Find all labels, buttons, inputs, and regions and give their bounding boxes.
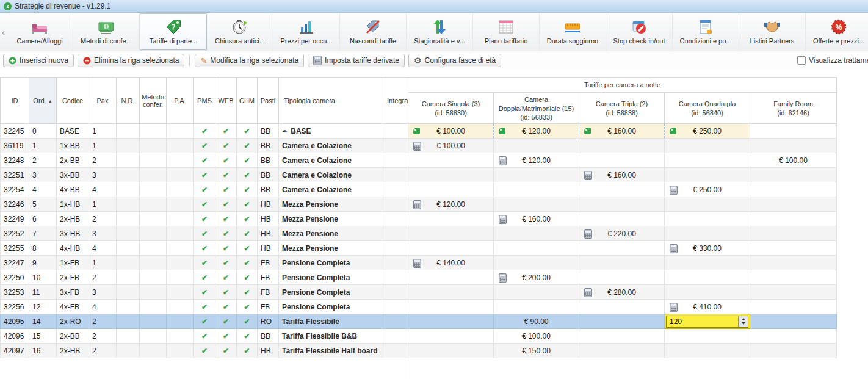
checkbox-label: Visualizza trattamen bbox=[809, 56, 868, 65]
ribbon-item-durata-soggiorno[interactable]: Durata soggiorno bbox=[540, 13, 606, 51]
table-row[interactable]: 32253113x-FB3✔✔✔FBPensione Completa€ 280… bbox=[1, 285, 837, 300]
modifica-la-riga-selezionata-button[interactable]: ✎Modifica la riga selezionata bbox=[195, 54, 304, 67]
table-row[interactable]: 3611911x-BB1✔✔✔BBCamera e Colazione€ 100… bbox=[1, 139, 837, 153]
price-cell-singola bbox=[408, 314, 494, 329]
price-cell-quadrupla bbox=[665, 285, 750, 300]
cell-pms: ✔ bbox=[194, 329, 215, 344]
cell-web: ✔ bbox=[215, 270, 237, 285]
col-header-web[interactable]: WEB bbox=[215, 78, 237, 124]
cell-tipologia: Tariffa Flessibile bbox=[279, 314, 382, 329]
inserisci-nuova-button[interactable]: Inserisci nuova bbox=[3, 54, 74, 67]
table-row[interactable]: 3225273x-HB3✔✔✔HBMezza Pensione€ 220.00 bbox=[1, 226, 837, 241]
ribbon-item-stop-check-in-out[interactable]: Stop check-in/out bbox=[606, 13, 673, 51]
col-header-ord[interactable]: Ord.▲ bbox=[29, 78, 57, 124]
tipologia-label: Camera e Colazione bbox=[282, 156, 352, 165]
table-row[interactable]: 322450BASE1✔✔✔BB✒BASE€ 100.00€ 120.00€ 1… bbox=[1, 124, 837, 139]
cell-id: 42097 bbox=[1, 344, 29, 358]
elimina-la-riga-selezionata-button[interactable]: Elimina la riga selezionata bbox=[78, 54, 184, 67]
col-header-camera-doppia-matrimoniale[interactable]: Camera Doppia/Matrimoniale (15)(id: 5683… bbox=[494, 93, 579, 124]
ribbon-item-chiusura-antici[interactable]: Chiusura antici... bbox=[207, 13, 273, 51]
table-row[interactable]: 42096152x-BB2✔✔✔BBTariffa Flessibile B&B… bbox=[1, 329, 837, 344]
ribbon-item-metodi-di-confe[interactable]: Metodi di confe... bbox=[73, 13, 140, 51]
spinner-up-icon[interactable] bbox=[739, 316, 748, 322]
cell-pasti: RO bbox=[258, 314, 279, 329]
show-treatments-checkbox[interactable]: Visualizza trattamen bbox=[797, 56, 868, 65]
price-cell-quadrupla[interactable] bbox=[665, 314, 750, 329]
cell-pax: 2 bbox=[89, 270, 117, 285]
check-icon: ✔ bbox=[201, 347, 208, 355]
calculator-icon bbox=[584, 171, 592, 180]
cell-tipologia: Pensione Completa bbox=[279, 256, 382, 270]
check-icon: ✔ bbox=[201, 200, 208, 209]
ribbon-item-prezzi-per-occu[interactable]: Prezzi per occu... bbox=[273, 13, 340, 51]
table-row[interactable]: 3224962x-HB2✔✔✔HBMezza Pensione€ 160.00 bbox=[1, 212, 837, 226]
col-header-camera-quadrupla[interactable]: Camera Quadrupla(id: 56840) bbox=[665, 93, 750, 124]
col-header-pasti[interactable]: Pasti bbox=[258, 78, 279, 124]
cell-pasti: HB bbox=[258, 344, 279, 358]
ribbon-item-condizioni-e-po[interactable]: Condizioni e po... bbox=[673, 13, 739, 51]
price-cell-family bbox=[750, 226, 837, 241]
price-cell-family bbox=[750, 344, 837, 358]
cell-pms: ✔ bbox=[194, 241, 215, 256]
ribbon-item-label: Nascondi tariffe bbox=[350, 37, 396, 45]
table-row[interactable]: 32256124x-FB4✔✔✔FBPensione Completa€ 410… bbox=[1, 300, 837, 314]
col-header-family-room[interactable]: Family Room(id: 62146) bbox=[750, 93, 837, 124]
price-cell-quadrupla bbox=[665, 270, 750, 285]
ribbon-item-stagionalit-e-v[interactable]: Stagionalità e v... bbox=[407, 13, 473, 51]
cell-chm: ✔ bbox=[237, 300, 258, 314]
ribbon-item-tariffe-di-parte[interactable]: Tariffe di parte... bbox=[140, 13, 207, 50]
ribbon-item-nascondi-tariffe[interactable]: Nascondi tariffe bbox=[340, 13, 407, 51]
price-input[interactable] bbox=[667, 316, 738, 327]
col-header-integra[interactable]: Integra... bbox=[382, 78, 408, 124]
ribbon-item-camere-alloggi[interactable]: Camere/Alloggi bbox=[7, 13, 73, 51]
table-row[interactable]: 3224791x-FB1✔✔✔FBPensione Completa€ 140.… bbox=[1, 256, 837, 270]
cell-nr bbox=[117, 124, 140, 139]
price-cell-quadrupla: € 250.00 bbox=[665, 124, 750, 139]
cell-chm: ✔ bbox=[237, 256, 258, 270]
table-row[interactable]: 3224822x-BB2✔✔✔BBCamera e Colazione€ 120… bbox=[1, 153, 837, 168]
table-row[interactable]: 3225133x-BB3✔✔✔BBCamera e Colazione€ 160… bbox=[1, 168, 837, 182]
cell-metodo-confer bbox=[140, 329, 167, 344]
col-header-id[interactable]: ID bbox=[1, 78, 29, 124]
configura-fasce-di-et-button[interactable]: ⚙Configura fasce di età bbox=[408, 54, 501, 67]
bar-chart-icon bbox=[298, 18, 315, 35]
col-header-codice[interactable]: Codice bbox=[57, 78, 89, 124]
ribbon-item-listini-partners[interactable]: Listini Partners bbox=[739, 13, 806, 51]
ribbon-item-piano-tariffario[interactable]: Piano tariffario bbox=[473, 13, 540, 51]
col-header-nr[interactable]: N.R. bbox=[117, 78, 140, 124]
price-cell-family bbox=[750, 270, 837, 285]
price-cell-singola: € 140.00 bbox=[408, 256, 494, 270]
col-header-pax[interactable]: Pax bbox=[89, 78, 117, 124]
col-header-metodo-confer[interactable]: Metodo confer. bbox=[140, 78, 167, 124]
col-header-pa[interactable]: P.A. bbox=[167, 78, 194, 124]
col-header-camera-singola[interactable]: Camera Singola (3)(id: 56830) bbox=[408, 93, 494, 124]
spinner-down-icon[interactable] bbox=[739, 322, 748, 327]
price-cell-quadrupla bbox=[665, 168, 750, 182]
cell-pa bbox=[167, 182, 194, 197]
cell-pax: 3 bbox=[89, 226, 117, 241]
imposta-tariffe-derivate-button[interactable]: Imposta tariffe derivate bbox=[308, 54, 405, 67]
check-icon: ✔ bbox=[201, 171, 208, 179]
checkbox-icon[interactable] bbox=[797, 56, 806, 65]
col-header-camera-tripla[interactable]: Camera Tripla (2)(id: 56838) bbox=[579, 93, 665, 124]
cell-pax: 2 bbox=[89, 344, 117, 358]
table-row[interactable]: 3224651x-HB1✔✔✔HBMezza Pensione€ 120.00 bbox=[1, 197, 837, 212]
cell-ord: 10 bbox=[29, 270, 57, 285]
cell-web: ✔ bbox=[215, 153, 237, 168]
spinner-buttons[interactable] bbox=[738, 316, 748, 327]
col-header-pms[interactable]: PMS bbox=[194, 78, 215, 124]
table-row[interactable]: 42097162x-HB2✔✔✔HBTariffa Flessibile Hal… bbox=[1, 344, 837, 358]
price-cell-singola bbox=[408, 168, 494, 182]
table-row[interactable]: 3225444x-BB4✔✔✔BBCamera e Colazione€ 250… bbox=[1, 182, 837, 197]
cell-pa bbox=[167, 285, 194, 300]
ribbon-scroll-left[interactable]: ‹ bbox=[0, 13, 7, 51]
table-row[interactable]: 32250102x-FB2✔✔✔FBPensione Completa€ 200… bbox=[1, 270, 837, 285]
ribbon-item-offerte-e-prezzi[interactable]: %Offerte e prezzi... bbox=[806, 13, 868, 51]
table-row[interactable]: 42095142x-RO2✔✔✔ROTariffa Flessibile€ 90… bbox=[1, 314, 837, 329]
cell-pms: ✔ bbox=[194, 212, 215, 226]
cell-id: 36119 bbox=[1, 139, 29, 153]
table-row[interactable]: 3225584x-HB4✔✔✔HBMezza Pensione€ 330.00 bbox=[1, 241, 837, 256]
check-icon: ✔ bbox=[244, 200, 250, 209]
col-header-tipologia-camera[interactable]: Tipologia camera bbox=[279, 78, 382, 124]
col-header-chm[interactable]: CHM bbox=[237, 78, 258, 124]
